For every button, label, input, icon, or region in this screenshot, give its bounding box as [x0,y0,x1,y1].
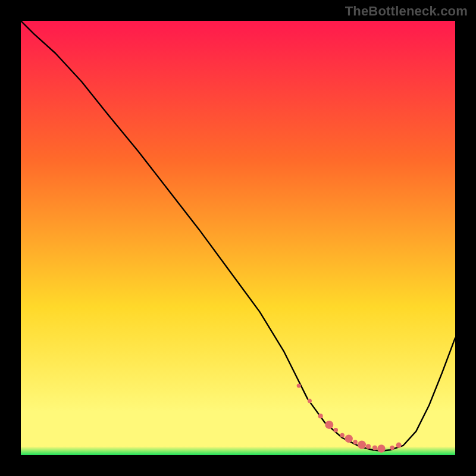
trough-marker [390,446,394,450]
trough-marker [372,446,377,450]
trough-marker [396,443,402,448]
trough-marker [353,440,358,444]
chart-frame: TheBottleneck.com [0,0,476,476]
trough-marker [308,399,312,403]
trough-marker [318,414,323,418]
trough-marker [297,384,301,388]
trough-marker [345,435,353,443]
plot-area [21,21,455,455]
trough-marker [358,440,366,449]
trough-marker [366,444,371,449]
watermark-text: TheBottleneck.com [345,4,468,19]
trough-marker [340,433,345,438]
chart-svg [21,21,455,455]
trough-marker [325,421,333,429]
trough-marker [377,444,386,453]
trough-marker [333,428,338,433]
